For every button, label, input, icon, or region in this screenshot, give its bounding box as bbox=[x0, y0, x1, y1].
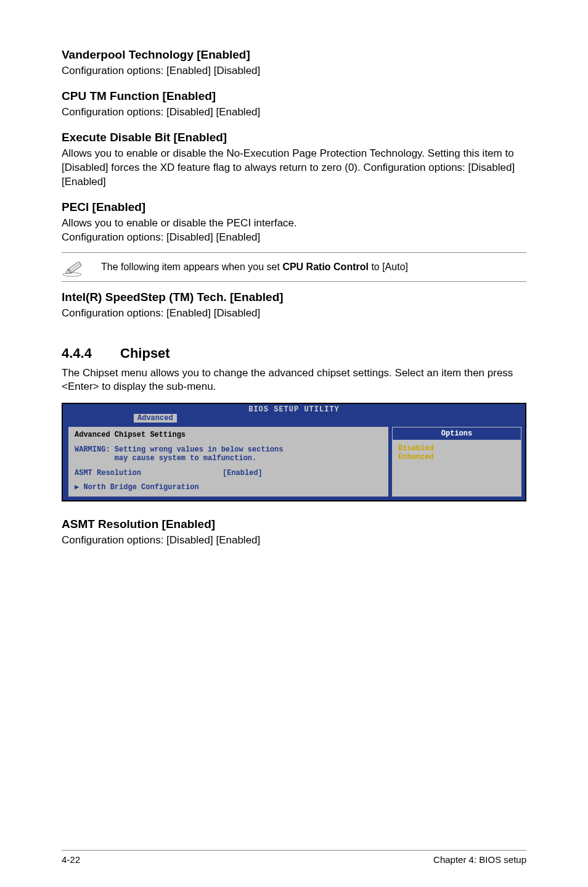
bios-row-asmt: ASMT Resolution [Enabled] bbox=[75, 469, 382, 477]
bios-left-title: Advanced Chipset Settings bbox=[75, 431, 382, 439]
bios-option-disabled: Disabled bbox=[392, 440, 521, 453]
heading-peci: PECI [Enabled] bbox=[62, 200, 526, 214]
text-speedstep: Configuration options: [Enabled] [Disabl… bbox=[62, 307, 526, 321]
text-vanderpool: Configuration options: [Enabled] [Disabl… bbox=[62, 64, 526, 78]
bios-left-pane: Advanced Chipset Settings WARMING: Setti… bbox=[67, 427, 388, 497]
text-asmt: Configuration options: [Disabled] [Enabl… bbox=[62, 534, 526, 548]
bios-title: BIOS SETUP UTILITY bbox=[63, 404, 525, 415]
page-footer: 4-22 Chapter 4: BIOS setup bbox=[62, 850, 526, 865]
section-intro: The Chipset menu allows you to change th… bbox=[62, 366, 526, 395]
bios-tab-advanced: Advanced bbox=[134, 414, 177, 423]
text-peci-2: Configuration options: [Disabled] [Enabl… bbox=[62, 231, 526, 245]
note-bold: CPU Ratio Control bbox=[282, 262, 369, 272]
text-peci-1: Allows you to enable or disable the PECI… bbox=[62, 217, 526, 231]
text-execute-disable: Allows you to enable or disable the No-E… bbox=[62, 147, 526, 189]
bios-screenshot: BIOS SETUP UTILITY Advanced Advanced Chi… bbox=[62, 403, 526, 501]
heading-speedstep: Intel(R) SpeedStep (TM) Tech. [Enabled] bbox=[62, 291, 526, 304]
note-text: The following item appears when you set … bbox=[101, 262, 408, 273]
heading-vanderpool: Vanderpool Technology [Enabled] bbox=[62, 48, 526, 62]
bios-right-pane: Options Disabled Enhanced bbox=[392, 427, 521, 497]
bios-options-title: Options bbox=[392, 427, 521, 440]
note-row: The following item appears when you set … bbox=[62, 252, 526, 282]
section-title: Chipset bbox=[120, 345, 170, 361]
bios-row-key: ASMT Resolution bbox=[75, 469, 223, 477]
pencil-icon bbox=[62, 257, 89, 278]
heading-asmt: ASMT Resolution [Enabled] bbox=[62, 518, 526, 531]
heading-cpu-tm: CPU TM Function [Enabled] bbox=[62, 89, 526, 103]
svg-point-0 bbox=[63, 273, 81, 276]
note-post: to [Auto] bbox=[369, 262, 408, 272]
footer-chapter: Chapter 4: BIOS setup bbox=[433, 854, 526, 865]
note-pre: The following item appears when you set bbox=[101, 262, 282, 272]
bios-submenu-north-bridge: North Bridge Configuration bbox=[75, 482, 382, 492]
text-cpu-tm: Configuration options: [Disabled] [Enabl… bbox=[62, 105, 526, 120]
bios-option-enhanced: Enhanced bbox=[392, 453, 521, 461]
footer-page-num: 4-22 bbox=[62, 854, 80, 865]
heading-execute-disable: Execute Disable Bit [Enabled] bbox=[62, 131, 526, 144]
bios-row-val: [Enabled] bbox=[223, 469, 263, 477]
bios-warning: WARMING: Setting wrong values in below s… bbox=[75, 445, 382, 463]
section-num: 4.4.4 bbox=[62, 345, 120, 361]
section-heading: 4.4.4Chipset bbox=[62, 345, 526, 361]
